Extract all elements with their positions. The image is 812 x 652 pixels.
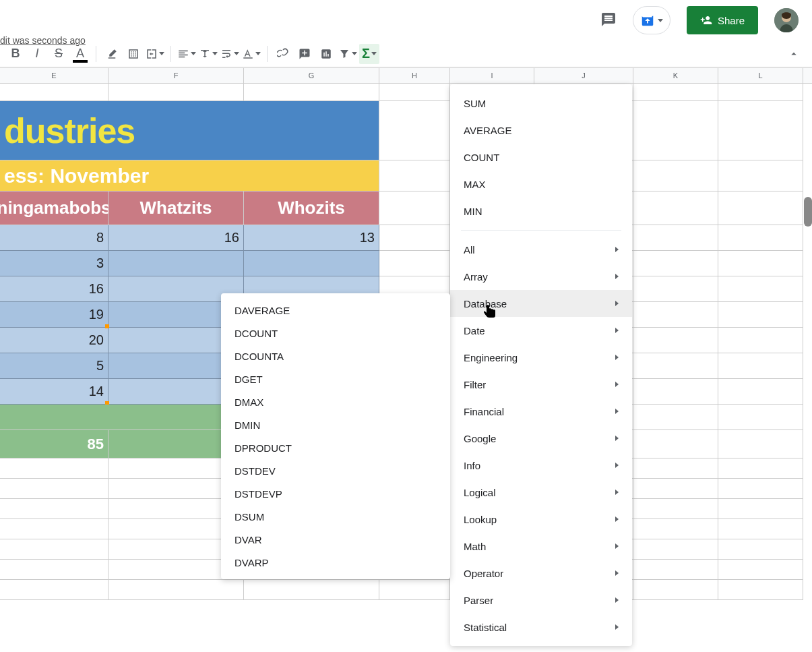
- chevron-right-icon: [615, 355, 619, 360]
- db-function-dmax[interactable]: DMAX: [221, 390, 450, 413]
- function-category-math[interactable]: Math: [450, 533, 632, 560]
- db-function-dcount[interactable]: DCOUNT: [221, 322, 450, 345]
- db-function-dget[interactable]: DGET: [221, 367, 450, 390]
- share-label: Share: [718, 15, 745, 26]
- borders-button[interactable]: [123, 44, 144, 64]
- db-function-dvarp[interactable]: DVARP: [221, 551, 450, 574]
- insert-comment-button[interactable]: [294, 44, 315, 64]
- chevron-right-icon: [615, 597, 619, 603]
- insert-chart-button[interactable]: [316, 44, 336, 64]
- db-function-dmin[interactable]: DMIN: [221, 413, 450, 436]
- function-category-all[interactable]: All: [450, 236, 632, 263]
- column-header-l[interactable]: L: [718, 68, 803, 83]
- function-category-database[interactable]: Database: [450, 290, 632, 317]
- text-wrap-button[interactable]: [220, 44, 240, 64]
- column-header-k[interactable]: K: [633, 68, 718, 83]
- function-min[interactable]: MIN: [450, 198, 632, 225]
- db-function-dstdevp[interactable]: DSTDEVP: [221, 482, 450, 505]
- db-function-daverage[interactable]: DAVERAGE: [221, 299, 450, 322]
- insert-link-button[interactable]: [273, 44, 293, 64]
- function-category-operator[interactable]: Operator: [450, 560, 632, 587]
- data-cell[interactable]: 16: [108, 225, 244, 251]
- chevron-right-icon: [615, 624, 619, 630]
- merge-cells-button[interactable]: [145, 44, 165, 64]
- function-category-filter[interactable]: Filter: [450, 371, 632, 398]
- table-header[interactable]: ningamabobs: [0, 191, 108, 225]
- function-category-lookup[interactable]: Lookup: [450, 506, 632, 533]
- total-cell[interactable]: 85: [0, 430, 108, 458]
- chevron-right-icon: [615, 516, 619, 522]
- function-max[interactable]: MAX: [450, 171, 632, 198]
- function-category-google[interactable]: Google: [450, 425, 632, 452]
- functions-button[interactable]: Σ: [359, 44, 379, 64]
- chevron-right-icon: [615, 490, 619, 495]
- function-category-statistical[interactable]: Statistical: [450, 614, 632, 641]
- data-cell[interactable]: 8: [0, 225, 108, 251]
- strikethrough-button[interactable]: S: [49, 44, 69, 64]
- column-header-g[interactable]: G: [244, 68, 379, 83]
- function-category-engineering[interactable]: Engineering: [450, 344, 632, 371]
- collapse-toolbar-button[interactable]: [784, 44, 804, 64]
- data-cell[interactable]: 13: [244, 225, 379, 251]
- db-function-dcounta[interactable]: DCOUNTA: [221, 345, 450, 367]
- top-bar: Share: [0, 0, 812, 40]
- column-header-f[interactable]: F: [108, 68, 244, 83]
- table-header[interactable]: Whatzits: [108, 191, 244, 225]
- title-cell[interactable]: dustries: [0, 101, 379, 160]
- subtitle-cell[interactable]: ess: November: [0, 160, 379, 191]
- present-button[interactable]: [633, 6, 670, 34]
- column-header-j[interactable]: J: [534, 68, 633, 83]
- formatting-toolbar: B I S A Σ: [0, 40, 812, 67]
- data-cell[interactable]: [108, 251, 244, 276]
- bold-button[interactable]: B: [5, 44, 26, 64]
- text-color-button[interactable]: A: [70, 44, 90, 64]
- function-sum[interactable]: SUM: [450, 90, 632, 117]
- function-count[interactable]: COUNT: [450, 144, 632, 171]
- function-category-parser[interactable]: Parser: [450, 587, 632, 614]
- function-category-date[interactable]: Date: [450, 317, 632, 344]
- table-header[interactable]: Whozits: [244, 191, 379, 225]
- comment-icon[interactable]: [600, 11, 617, 30]
- data-cell[interactable]: [244, 251, 379, 276]
- chevron-right-icon: [615, 463, 619, 468]
- db-function-dsum[interactable]: DSUM: [221, 505, 450, 528]
- text-rotation-button[interactable]: [241, 44, 261, 64]
- data-cell[interactable]: 19: [0, 302, 108, 328]
- chevron-right-icon: [615, 409, 619, 414]
- chevron-right-icon: [615, 301, 619, 306]
- data-cell[interactable]: 14: [0, 379, 108, 405]
- db-function-dproduct[interactable]: DPRODUCT: [221, 436, 450, 459]
- function-average[interactable]: AVERAGE: [450, 117, 632, 144]
- chevron-right-icon: [615, 382, 619, 387]
- function-category-array[interactable]: Array: [450, 263, 632, 290]
- chevron-right-icon: [615, 543, 619, 549]
- user-avatar[interactable]: [774, 8, 799, 32]
- fill-color-button[interactable]: [102, 44, 122, 64]
- database-submenu: DAVERAGEDCOUNTDCOUNTADGETDMAXDMINDPRODUC…: [221, 293, 450, 579]
- column-header-h[interactable]: H: [379, 68, 450, 83]
- column-headers: EFGHIJKL: [0, 67, 812, 84]
- data-cell[interactable]: 20: [0, 328, 108, 353]
- column-header-e[interactable]: E: [0, 68, 108, 83]
- share-button[interactable]: Share: [687, 6, 758, 34]
- chevron-right-icon: [615, 570, 619, 576]
- horizontal-align-button[interactable]: [177, 44, 197, 64]
- caret-down-icon: [658, 19, 663, 22]
- chevron-right-icon: [615, 436, 619, 441]
- function-category-info[interactable]: Info: [450, 452, 632, 479]
- italic-button[interactable]: I: [27, 44, 47, 64]
- column-header-i[interactable]: I: [450, 68, 534, 83]
- vertical-scrollbar[interactable]: [804, 197, 812, 227]
- filter-button[interactable]: [338, 44, 358, 64]
- chevron-right-icon: [615, 328, 619, 333]
- functions-menu: SUMAVERAGECOUNTMAXMINAllArrayDatabaseDat…: [450, 84, 632, 646]
- data-cell[interactable]: 5: [0, 353, 108, 379]
- data-cell[interactable]: 16: [0, 276, 108, 302]
- function-category-logical[interactable]: Logical: [450, 479, 632, 506]
- db-function-dstdev[interactable]: DSTDEV: [221, 459, 450, 482]
- function-category-financial[interactable]: Financial: [450, 398, 632, 425]
- vertical-align-button[interactable]: [198, 44, 218, 64]
- chevron-right-icon: [615, 247, 619, 252]
- data-cell[interactable]: 3: [0, 251, 108, 276]
- db-function-dvar[interactable]: DVAR: [221, 528, 450, 551]
